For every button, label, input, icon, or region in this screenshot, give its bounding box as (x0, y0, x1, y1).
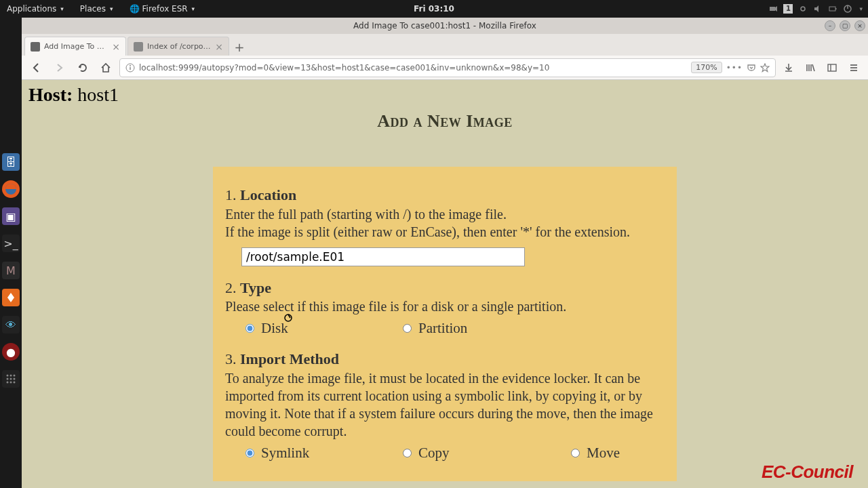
library-button[interactable] (802, 59, 819, 77)
browser-tab-inactive[interactable]: Index of /corpora/drives/nps × (127, 37, 229, 56)
caret-down-icon: ▾ (192, 5, 195, 12)
panel-clock[interactable]: Fri 03:10 (414, 4, 454, 14)
sidebar-button[interactable] (823, 59, 841, 77)
url-text: localhost:9999/autopsy?mod=0&view=13&hos… (139, 63, 687, 73)
section2-num: 2. (225, 279, 237, 296)
places-menu[interactable]: Places ▾ (73, 4, 120, 14)
radio-partition[interactable] (403, 324, 412, 333)
downloads-button[interactable] (780, 59, 797, 77)
svg-point-14 (10, 378, 12, 380)
svg-point-33 (285, 314, 292, 321)
radio-symlink-text: Symlink (261, 444, 309, 462)
minimize-button[interactable]: – (825, 20, 835, 31)
dock-cherry-icon[interactable]: ● (2, 343, 20, 361)
radio-disk-label[interactable]: Disk (245, 319, 403, 338)
left-dock: 🗄 ▣ >_ M 👁 ● (0, 18, 22, 488)
section1-line1: Enter the full path (starting with /) to… (225, 205, 665, 223)
section3-title: Import Method (240, 350, 339, 367)
svg-point-15 (14, 378, 16, 380)
svg-marker-3 (814, 5, 818, 12)
caret-down-icon: ▾ (110, 5, 113, 12)
info-icon[interactable] (125, 63, 135, 73)
hamburger-menu-button[interactable] (845, 59, 863, 77)
mouse-cursor-icon (283, 312, 294, 323)
svg-point-22 (130, 65, 131, 66)
favicon-icon (31, 42, 40, 52)
radio-symlink[interactable] (245, 449, 254, 458)
tab-title: Index of /corpora/drives/nps (147, 42, 211, 51)
radio-disk[interactable] (245, 324, 254, 333)
add-image-form: 1. Location Enter the full path (startin… (213, 167, 677, 481)
svg-point-12 (14, 375, 16, 377)
zoom-indicator[interactable]: 170% (691, 62, 722, 73)
type-radio-group: Disk Partition (245, 319, 665, 338)
battery-icon[interactable] (828, 4, 837, 14)
host-value: host1 (77, 84, 119, 105)
svg-point-10 (7, 375, 9, 377)
pocket-icon[interactable] (747, 63, 756, 73)
ec-council-watermark: EC-Council (762, 462, 853, 483)
network-icon[interactable] (798, 4, 808, 14)
dock-terminal2-icon[interactable]: >_ (2, 235, 20, 252)
reload-button[interactable] (73, 58, 92, 77)
window-title: Add Image To case001:host1 - Mozilla Fir… (353, 21, 536, 30)
places-label: Places (80, 4, 106, 14)
radio-move[interactable] (571, 449, 580, 458)
section2-title: Type (240, 279, 271, 296)
volume-icon[interactable] (813, 4, 823, 14)
section3-num: 3. (225, 350, 237, 367)
image-path-input[interactable] (241, 247, 525, 266)
svg-rect-0 (770, 7, 775, 11)
dock-terminal-icon[interactable]: ▣ (2, 207, 20, 225)
navigation-toolbar: localhost:9999/autopsy?mod=0&view=13&hos… (22, 56, 868, 80)
radio-move-text: Move (587, 444, 620, 462)
section-location-heading: 1. Location (225, 186, 665, 205)
url-bar[interactable]: localhost:9999/autopsy?mod=0&view=13&hos… (119, 58, 776, 77)
workspace-icon[interactable]: 1 (783, 4, 793, 14)
page-actions-icon[interactable]: ••• (726, 63, 743, 73)
dock-metasploit-icon[interactable]: M (2, 262, 20, 279)
tab-close-icon[interactable]: × (215, 41, 223, 52)
bookmark-star-icon[interactable] (760, 63, 770, 73)
caret-down-icon: ▾ (60, 5, 64, 12)
dock-files-icon[interactable]: 🗄 (2, 153, 20, 171)
svg-rect-28 (828, 64, 836, 71)
dock-eye-icon[interactable]: 👁 (2, 316, 20, 333)
svg-point-16 (7, 382, 9, 384)
svg-rect-4 (829, 7, 835, 11)
dock-firefox-icon[interactable] (2, 180, 20, 198)
section1-line2: If the image is split (either raw or EnC… (225, 223, 665, 241)
dock-apps-grid-icon[interactable] (2, 370, 20, 388)
dock-burp-icon[interactable] (2, 289, 20, 306)
radio-symlink-label[interactable]: Symlink (245, 444, 403, 462)
radio-copy-label[interactable]: Copy (403, 444, 571, 462)
back-button[interactable] (27, 58, 46, 77)
section-type-heading: 2. Type (225, 279, 665, 298)
firefox-titlebar[interactable]: Add Image To case001:host1 - Mozilla Fir… (22, 18, 868, 34)
power-icon[interactable] (843, 4, 852, 14)
forward-button[interactable] (50, 58, 69, 77)
applications-menu[interactable]: Applications ▾ (0, 4, 71, 14)
radio-copy-text: Copy (418, 444, 450, 462)
browser-tab-active[interactable]: Add Image To case001:h × (24, 37, 126, 56)
page-title: Add a New Image (22, 111, 868, 131)
close-button[interactable]: × (854, 20, 865, 31)
page-scroll-area[interactable]: Host: host1 Add a New Image 1. Location … (22, 80, 868, 488)
svg-point-17 (10, 382, 12, 384)
firefox-app-menu[interactable]: 🌐 Firefox ESR ▾ (123, 4, 202, 14)
new-tab-button[interactable]: + (231, 38, 248, 56)
firefox-menu-label: Firefox ESR (142, 4, 188, 14)
radio-move-label[interactable]: Move (571, 444, 620, 462)
gnome-top-panel: Applications ▾ Places ▾ 🌐 Firefox ESR ▾ … (0, 0, 868, 18)
section1-title: Location (240, 186, 296, 203)
autopsy-page: Host: host1 Add a New Image 1. Location … (22, 80, 868, 488)
radio-partition-label[interactable]: Partition (403, 319, 571, 338)
radio-copy[interactable] (403, 449, 412, 458)
home-button[interactable] (96, 58, 115, 77)
tab-close-icon[interactable]: × (112, 41, 120, 52)
caret-down-icon[interactable]: ▾ (859, 5, 863, 12)
maximize-button[interactable]: ▢ (840, 20, 850, 31)
recorder-icon[interactable] (768, 4, 778, 14)
favicon-icon (134, 42, 143, 52)
svg-marker-23 (761, 64, 769, 72)
